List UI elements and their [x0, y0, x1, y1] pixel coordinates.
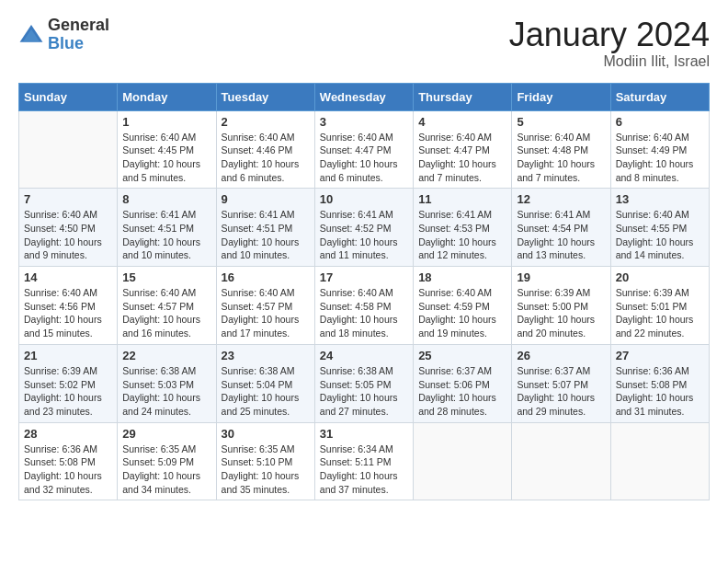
- day-number: 31: [320, 427, 408, 441]
- day-detail: Sunrise: 6:39 AM Sunset: 5:01 PM Dayligh…: [616, 286, 704, 340]
- day-detail: Sunrise: 6:41 AM Sunset: 4:51 PM Dayligh…: [222, 208, 310, 262]
- calendar-header-tuesday: Tuesday: [216, 83, 314, 110]
- calendar-cell: [414, 422, 512, 500]
- day-detail: Sunrise: 6:41 AM Sunset: 4:52 PM Dayligh…: [320, 208, 408, 262]
- day-detail: Sunrise: 6:39 AM Sunset: 5:00 PM Dayligh…: [517, 286, 605, 340]
- calendar-header-monday: Monday: [118, 83, 216, 110]
- calendar-cell: 27Sunrise: 6:36 AM Sunset: 5:08 PM Dayli…: [610, 344, 709, 422]
- day-detail: Sunrise: 6:40 AM Sunset: 4:58 PM Dayligh…: [320, 286, 408, 340]
- calendar-cell: 30Sunrise: 6:35 AM Sunset: 5:10 PM Dayli…: [216, 422, 314, 500]
- day-number: 10: [320, 192, 408, 206]
- day-number: 4: [418, 115, 506, 129]
- day-number: 18: [418, 270, 506, 284]
- day-detail: Sunrise: 6:40 AM Sunset: 4:46 PM Dayligh…: [222, 131, 310, 185]
- calendar-header-row: SundayMondayTuesdayWednesdayThursdayFrid…: [19, 83, 710, 110]
- day-number: 17: [320, 270, 408, 284]
- calendar-header-friday: Friday: [512, 83, 610, 110]
- day-detail: Sunrise: 6:35 AM Sunset: 5:09 PM Dayligh…: [122, 442, 210, 497]
- day-detail: Sunrise: 6:35 AM Sunset: 5:10 PM Dayligh…: [222, 442, 310, 497]
- day-number: 27: [616, 349, 704, 362]
- calendar-cell: 13Sunrise: 6:40 AM Sunset: 4:55 PM Dayli…: [610, 189, 709, 267]
- day-detail: Sunrise: 6:36 AM Sunset: 5:08 PM Dayligh…: [616, 364, 704, 419]
- logo-icon: [18, 22, 44, 48]
- calendar-cell: 5Sunrise: 6:40 AM Sunset: 4:48 PM Daylig…: [512, 110, 610, 189]
- day-number: 7: [24, 192, 112, 206]
- day-detail: Sunrise: 6:34 AM Sunset: 5:11 PM Dayligh…: [320, 442, 408, 497]
- calendar-cell: 24Sunrise: 6:38 AM Sunset: 5:05 PM Dayli…: [314, 344, 413, 422]
- calendar-cell: 12Sunrise: 6:41 AM Sunset: 4:54 PM Dayli…: [512, 189, 610, 267]
- day-number: 3: [320, 115, 408, 129]
- day-number: 9: [222, 192, 310, 206]
- calendar-cell: 17Sunrise: 6:40 AM Sunset: 4:58 PM Dayli…: [314, 267, 413, 345]
- day-number: 13: [616, 192, 704, 206]
- day-detail: Sunrise: 6:40 AM Sunset: 4:47 PM Dayligh…: [320, 131, 408, 185]
- day-number: 16: [222, 270, 310, 284]
- calendar-cell: 26Sunrise: 6:37 AM Sunset: 5:07 PM Dayli…: [512, 344, 610, 422]
- day-number: 2: [222, 115, 310, 129]
- header: General Blue January 2024 Modiin Ilit, I…: [18, 17, 710, 70]
- logo-blue-text: Blue: [48, 35, 109, 53]
- day-detail: Sunrise: 6:38 AM Sunset: 5:04 PM Dayligh…: [222, 364, 310, 419]
- title-block: January 2024 Modiin Ilit, Israel: [509, 17, 710, 70]
- day-number: 23: [222, 349, 310, 362]
- day-detail: Sunrise: 6:36 AM Sunset: 5:08 PM Dayligh…: [24, 442, 112, 497]
- logo-text: General Blue: [48, 17, 109, 53]
- calendar-cell: 31Sunrise: 6:34 AM Sunset: 5:11 PM Dayli…: [314, 422, 413, 500]
- calendar-cell: 14Sunrise: 6:40 AM Sunset: 4:56 PM Dayli…: [19, 267, 118, 345]
- calendar-week-row: 1Sunrise: 6:40 AM Sunset: 4:45 PM Daylig…: [19, 110, 710, 189]
- calendar-cell: 22Sunrise: 6:38 AM Sunset: 5:03 PM Dayli…: [118, 344, 216, 422]
- calendar-cell: [19, 110, 118, 189]
- calendar-week-row: 28Sunrise: 6:36 AM Sunset: 5:08 PM Dayli…: [19, 422, 710, 500]
- calendar-cell: 7Sunrise: 6:40 AM Sunset: 4:50 PM Daylig…: [19, 189, 118, 267]
- day-detail: Sunrise: 6:40 AM Sunset: 4:50 PM Dayligh…: [24, 208, 112, 262]
- main-title: January 2024: [509, 17, 710, 53]
- day-number: 20: [616, 270, 704, 284]
- calendar-cell: 4Sunrise: 6:40 AM Sunset: 4:47 PM Daylig…: [414, 110, 512, 189]
- day-detail: Sunrise: 6:40 AM Sunset: 4:57 PM Dayligh…: [222, 286, 310, 340]
- day-number: 22: [122, 349, 210, 362]
- calendar-cell: [610, 422, 709, 500]
- day-detail: Sunrise: 6:41 AM Sunset: 4:53 PM Dayligh…: [418, 208, 506, 262]
- day-detail: Sunrise: 6:40 AM Sunset: 4:49 PM Dayligh…: [616, 131, 704, 185]
- calendar-table: SundayMondayTuesdayWednesdayThursdayFrid…: [18, 83, 710, 501]
- calendar-cell: [512, 422, 610, 500]
- day-number: 19: [517, 270, 605, 284]
- day-detail: Sunrise: 6:41 AM Sunset: 4:51 PM Dayligh…: [122, 208, 210, 262]
- calendar-header-sunday: Sunday: [19, 83, 118, 110]
- calendar-cell: 6Sunrise: 6:40 AM Sunset: 4:49 PM Daylig…: [610, 110, 709, 189]
- day-detail: Sunrise: 6:38 AM Sunset: 5:03 PM Dayligh…: [122, 364, 210, 419]
- day-number: 26: [517, 349, 605, 362]
- day-number: 29: [122, 427, 210, 441]
- calendar-header-saturday: Saturday: [610, 83, 709, 110]
- calendar-cell: 10Sunrise: 6:41 AM Sunset: 4:52 PM Dayli…: [314, 189, 413, 267]
- calendar-week-row: 21Sunrise: 6:39 AM Sunset: 5:02 PM Dayli…: [19, 344, 710, 422]
- calendar-week-row: 14Sunrise: 6:40 AM Sunset: 4:56 PM Dayli…: [19, 267, 710, 345]
- day-detail: Sunrise: 6:40 AM Sunset: 4:47 PM Dayligh…: [418, 131, 506, 185]
- day-detail: Sunrise: 6:40 AM Sunset: 4:56 PM Dayligh…: [24, 286, 112, 340]
- calendar-cell: 9Sunrise: 6:41 AM Sunset: 4:51 PM Daylig…: [216, 189, 314, 267]
- calendar-cell: 21Sunrise: 6:39 AM Sunset: 5:02 PM Dayli…: [19, 344, 118, 422]
- subtitle: Modiin Ilit, Israel: [509, 53, 710, 70]
- day-number: 8: [122, 192, 210, 206]
- calendar-cell: 16Sunrise: 6:40 AM Sunset: 4:57 PM Dayli…: [216, 267, 314, 345]
- calendar-cell: 1Sunrise: 6:40 AM Sunset: 4:45 PM Daylig…: [118, 110, 216, 189]
- day-number: 5: [517, 115, 605, 129]
- calendar-cell: 11Sunrise: 6:41 AM Sunset: 4:53 PM Dayli…: [414, 189, 512, 267]
- calendar-cell: 3Sunrise: 6:40 AM Sunset: 4:47 PM Daylig…: [314, 110, 413, 189]
- day-detail: Sunrise: 6:40 AM Sunset: 4:59 PM Dayligh…: [418, 286, 506, 340]
- calendar-cell: 18Sunrise: 6:40 AM Sunset: 4:59 PM Dayli…: [414, 267, 512, 345]
- logo: General Blue: [18, 17, 109, 53]
- calendar-cell: 19Sunrise: 6:39 AM Sunset: 5:00 PM Dayli…: [512, 267, 610, 345]
- day-number: 11: [418, 192, 506, 206]
- day-detail: Sunrise: 6:37 AM Sunset: 5:07 PM Dayligh…: [517, 364, 605, 419]
- day-number: 25: [418, 349, 506, 362]
- day-number: 21: [24, 349, 112, 362]
- day-number: 24: [320, 349, 408, 362]
- day-detail: Sunrise: 6:41 AM Sunset: 4:54 PM Dayligh…: [517, 208, 605, 262]
- day-number: 6: [616, 115, 704, 129]
- day-detail: Sunrise: 6:39 AM Sunset: 5:02 PM Dayligh…: [24, 364, 112, 419]
- calendar-cell: 2Sunrise: 6:40 AM Sunset: 4:46 PM Daylig…: [216, 110, 314, 189]
- calendar-cell: 20Sunrise: 6:39 AM Sunset: 5:01 PM Dayli…: [610, 267, 709, 345]
- day-detail: Sunrise: 6:40 AM Sunset: 4:55 PM Dayligh…: [616, 208, 704, 262]
- day-detail: Sunrise: 6:40 AM Sunset: 4:48 PM Dayligh…: [517, 131, 605, 185]
